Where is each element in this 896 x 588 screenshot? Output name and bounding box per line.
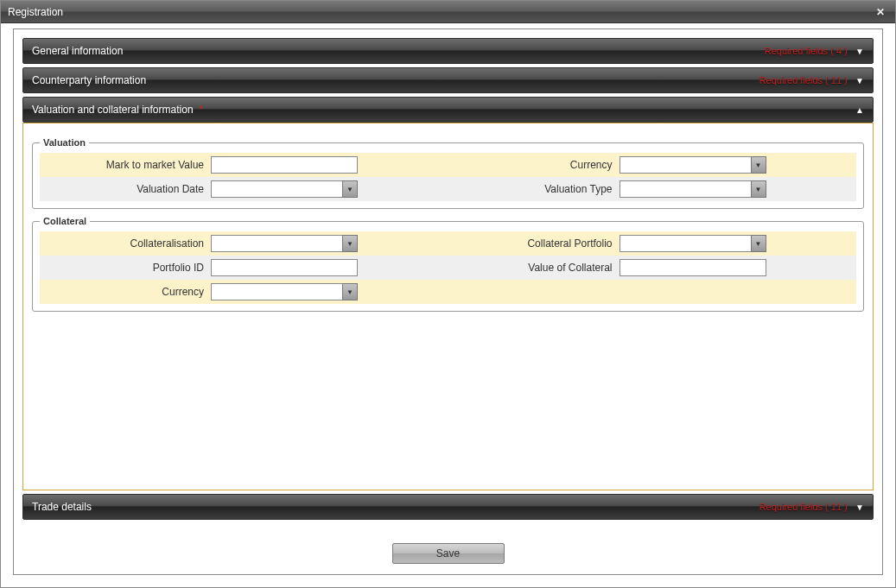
- save-button[interactable]: Save: [392, 543, 505, 564]
- field-collateralisation: Collateralisation ▼: [40, 231, 448, 256]
- chevron-up-icon: ▲: [855, 105, 864, 115]
- chevron-down-icon[interactable]: ▼: [751, 180, 766, 198]
- field-portfolio-id: Portfolio ID: [40, 256, 448, 280]
- collateral-group: Collateral Collateralisation ▼ Collatera…: [32, 216, 864, 312]
- required-fields-label: Required fields ( 11 ): [759, 75, 848, 85]
- window-titlebar: Registration ✕: [1, 1, 895, 23]
- accordion-title: General information: [32, 45, 123, 57]
- valuation-collateral-panel: Valuation Mark to market Value Currency: [22, 123, 874, 490]
- required-asterisk-icon: *: [200, 104, 204, 116]
- empty-cell: [448, 280, 857, 304]
- collateral-currency-input[interactable]: [211, 283, 342, 300]
- valuation-group: Valuation Mark to market Value Currency: [32, 137, 864, 209]
- chevron-down-icon[interactable]: ▼: [751, 156, 766, 174]
- valuation-type-input[interactable]: [620, 180, 751, 198]
- accordion-trade-details[interactable]: Trade details Required fields ( 11 ) ▼: [22, 494, 874, 520]
- collateralisation-input[interactable]: [211, 235, 342, 252]
- collateral-portfolio-input[interactable]: [620, 235, 751, 252]
- required-fields-label: Required fields ( 4 ): [765, 46, 848, 56]
- valuation-date-combo[interactable]: ▼: [211, 180, 358, 198]
- field-value-of-collateral: Value of Collateral: [448, 256, 857, 280]
- valuation-date-label: Valuation Date: [47, 183, 211, 195]
- chevron-down-icon[interactable]: ▼: [751, 235, 766, 252]
- accordion-valuation-collateral[interactable]: Valuation and collateral information * ▲: [22, 97, 874, 123]
- portfolio-id-label: Portfolio ID: [47, 262, 211, 274]
- button-bar: Save: [22, 534, 874, 564]
- field-valuation-type: Valuation Type ▼: [448, 177, 857, 201]
- valuation-legend: Valuation: [40, 137, 89, 148]
- field-valuation-date: Valuation Date ▼: [40, 177, 448, 201]
- chevron-down-icon: ▼: [855, 47, 864, 56]
- valuation-type-label: Valuation Type: [455, 183, 620, 195]
- collateralisation-combo[interactable]: ▼: [211, 235, 358, 252]
- portfolio-id-input[interactable]: [211, 259, 358, 276]
- content-panel: General information Required fields ( 4 …: [13, 28, 883, 575]
- accordion-counterparty-information[interactable]: Counterparty information Required fields…: [22, 67, 874, 93]
- required-fields-label: Required fields ( 11 ): [759, 502, 848, 512]
- field-mark-to-market: Mark to market Value: [40, 153, 448, 177]
- valuation-currency-input[interactable]: [620, 156, 751, 174]
- accordion-general-information[interactable]: General information Required fields ( 4 …: [22, 38, 874, 64]
- field-collateral-portfolio: Collateral Portfolio ▼: [448, 231, 857, 256]
- valuation-type-combo[interactable]: ▼: [620, 180, 766, 198]
- accordion-title: Counterparty information: [32, 74, 146, 86]
- chevron-down-icon[interactable]: ▼: [342, 283, 358, 300]
- chevron-down-icon: ▼: [855, 503, 864, 512]
- field-collateral-currency: Currency ▼: [40, 280, 448, 304]
- registration-window: Registration ✕ General information Requi…: [0, 0, 896, 588]
- chevron-down-icon[interactable]: ▼: [342, 180, 358, 198]
- collateral-portfolio-label: Collateral Portfolio: [455, 237, 620, 250]
- value-of-collateral-label: Value of Collateral: [455, 262, 620, 274]
- collateral-legend: Collateral: [40, 216, 90, 226]
- collateralisation-label: Collateralisation: [47, 237, 211, 250]
- collateral-currency-label: Currency: [47, 286, 211, 298]
- field-valuation-currency: Currency ▼: [448, 153, 857, 177]
- accordion-title: Trade details: [32, 501, 92, 513]
- mark-to-market-input[interactable]: [211, 156, 358, 174]
- valuation-date-input[interactable]: [211, 180, 342, 198]
- collateral-currency-combo[interactable]: ▼: [211, 283, 358, 300]
- window-title: Registration: [8, 6, 63, 18]
- chevron-down-icon[interactable]: ▼: [342, 235, 358, 252]
- collateral-portfolio-combo[interactable]: ▼: [620, 235, 766, 252]
- value-of-collateral-input[interactable]: [620, 259, 766, 276]
- chevron-down-icon: ▼: [855, 76, 864, 85]
- mark-to-market-label: Mark to market Value: [47, 159, 211, 171]
- close-icon[interactable]: ✕: [873, 4, 888, 20]
- valuation-currency-combo[interactable]: ▼: [620, 156, 766, 174]
- accordion-title: Valuation and collateral information: [32, 104, 194, 116]
- valuation-currency-label: Currency: [455, 159, 620, 171]
